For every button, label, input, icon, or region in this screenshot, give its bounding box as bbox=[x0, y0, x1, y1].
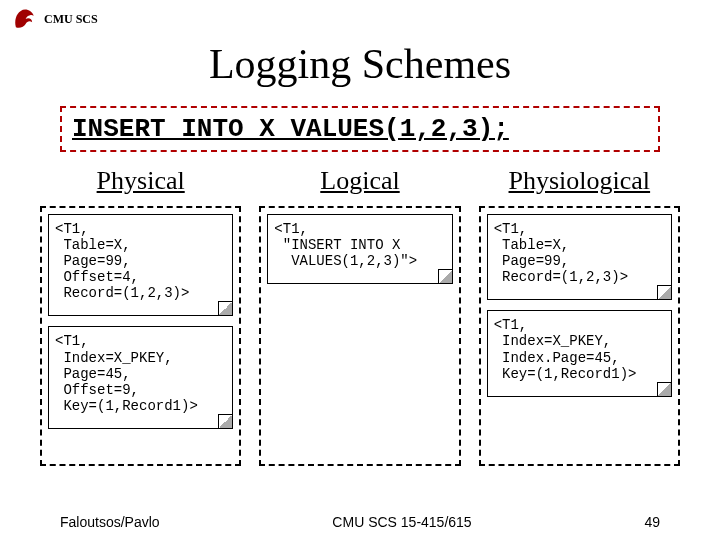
col-physiological: Physiological <T1, Table=X, Page=99, Rec… bbox=[479, 166, 680, 466]
col-physical-title: Physical bbox=[40, 166, 241, 196]
page-title: Logging Schemes bbox=[0, 40, 720, 88]
physiological-note-1: <T1, Table=X, Page=99, Record=(1,2,3)> bbox=[487, 214, 672, 300]
header-label: CMU SCS bbox=[44, 12, 98, 27]
cmu-griffin-logo bbox=[10, 6, 38, 32]
physical-note-1: <T1, Table=X, Page=99, Offset=4, Record=… bbox=[48, 214, 233, 316]
logical-note-1: <T1, "INSERT INTO X VALUES(1,2,3)"> bbox=[267, 214, 452, 284]
footer-left: Faloutsos/Pavlo bbox=[60, 514, 160, 530]
page-fold-icon bbox=[438, 269, 452, 283]
svg-point-0 bbox=[28, 13, 30, 15]
physiological-note-2-text: <T1, Index=X_PKEY, Index.Page=45, Key=(1… bbox=[494, 317, 637, 381]
page-fold-icon bbox=[657, 285, 671, 299]
physiological-note-1-text: <T1, Table=X, Page=99, Record=(1,2,3)> bbox=[494, 221, 628, 285]
col-physiological-body: <T1, Table=X, Page=99, Record=(1,2,3)> <… bbox=[479, 206, 680, 466]
physical-note-1-text: <T1, Table=X, Page=99, Offset=4, Record=… bbox=[55, 221, 189, 301]
columns-row: Physical <T1, Table=X, Page=99, Offset=4… bbox=[0, 166, 720, 466]
col-physical-body: <T1, Table=X, Page=99, Offset=4, Record=… bbox=[40, 206, 241, 466]
col-logical: Logical <T1, "INSERT INTO X VALUES(1,2,3… bbox=[259, 166, 460, 466]
page-fold-icon bbox=[218, 301, 232, 315]
col-physical: Physical <T1, Table=X, Page=99, Offset=4… bbox=[40, 166, 241, 466]
slide-footer: Faloutsos/Pavlo CMU SCS 15-415/615 49 bbox=[0, 514, 720, 530]
footer-center: CMU SCS 15-415/615 bbox=[332, 514, 471, 530]
physical-note-2: <T1, Index=X_PKEY, Page=45, Offset=9, Ke… bbox=[48, 326, 233, 428]
page-fold-icon bbox=[218, 414, 232, 428]
sql-statement: INSERT INTO X VALUES(1,2,3); bbox=[60, 106, 660, 152]
physiological-note-2: <T1, Index=X_PKEY, Index.Page=45, Key=(1… bbox=[487, 310, 672, 396]
logical-note-1-text: <T1, "INSERT INTO X VALUES(1,2,3)"> bbox=[274, 221, 417, 269]
footer-right: 49 bbox=[644, 514, 660, 530]
slide-header: CMU SCS bbox=[0, 0, 720, 34]
col-logical-title: Logical bbox=[259, 166, 460, 196]
page-fold-icon bbox=[657, 382, 671, 396]
col-physiological-title: Physiological bbox=[479, 166, 680, 196]
physical-note-2-text: <T1, Index=X_PKEY, Page=45, Offset=9, Ke… bbox=[55, 333, 198, 413]
col-logical-body: <T1, "INSERT INTO X VALUES(1,2,3)"> bbox=[259, 206, 460, 466]
